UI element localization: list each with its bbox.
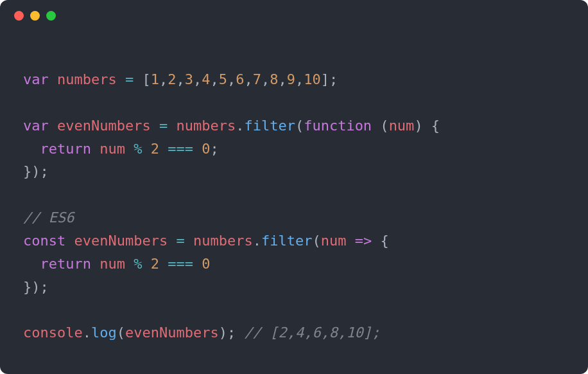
operator-assign: = <box>151 118 177 134</box>
brace-open: { <box>380 233 388 249</box>
operator-assign: = <box>117 71 143 87</box>
method-filter: filter <box>261 233 312 249</box>
comma: , <box>261 71 270 87</box>
paren-close-semi: ); <box>219 325 245 341</box>
comma: , <box>176 71 184 87</box>
number-literal: 5 <box>219 71 227 87</box>
comma: , <box>295 71 304 87</box>
bracket-close: ]; <box>321 71 338 87</box>
identifier-numbers: numbers <box>176 118 236 134</box>
comment-es6: // ES6 <box>23 209 74 226</box>
brace-paren-close: }); <box>23 163 49 179</box>
keyword-return: return <box>23 256 91 272</box>
number-literal: 6 <box>236 71 244 87</box>
code-content: var numbers = [1,2,3,4,5,6,7,8,9,10]; va… <box>0 31 588 374</box>
number-literal: 3 <box>185 71 193 87</box>
dot: . <box>253 233 261 249</box>
operator-assign: = <box>168 233 193 249</box>
keyword-function: function <box>304 118 372 134</box>
identifier-numbers: numbers <box>193 233 253 249</box>
comment-output: // [2,4,6,8,10]; <box>244 325 380 341</box>
keyword-return: return <box>23 141 91 157</box>
window-titlebar <box>0 0 588 31</box>
paren-open: ( <box>372 118 389 134</box>
paren-brace: ) { <box>414 118 440 134</box>
number-literal: 0 <box>202 256 210 272</box>
minimize-icon[interactable] <box>30 11 40 21</box>
maximize-icon[interactable] <box>46 11 56 21</box>
comma: , <box>210 71 218 87</box>
identifier-num: num <box>99 141 125 157</box>
identifier-evennumbers: evenNumbers <box>74 233 168 249</box>
number-literal: 2 <box>168 71 176 87</box>
paren-open: ( <box>117 325 125 341</box>
bracket-open: [ <box>142 71 150 87</box>
identifier-evennumbers: evenNumbers <box>125 325 219 341</box>
paren-open: ( <box>312 233 320 249</box>
number-literal: 4 <box>202 71 210 87</box>
comma: , <box>227 71 236 87</box>
operator-eqeqeq: === <box>159 256 202 272</box>
operator-mod: % <box>125 256 151 272</box>
number-literal: 10 <box>304 71 321 87</box>
method-log: log <box>91 325 117 341</box>
dot: . <box>236 118 244 134</box>
identifier-num: num <box>99 256 125 272</box>
dot: . <box>83 325 91 341</box>
comma: , <box>159 71 168 87</box>
semicolon: ; <box>210 141 218 157</box>
comma: , <box>244 71 252 87</box>
param-num: num <box>389 118 415 134</box>
param-num: num <box>321 233 347 249</box>
number-literal: 2 <box>151 141 159 157</box>
arrow-operator: => <box>346 233 380 249</box>
method-filter: filter <box>244 118 295 134</box>
operator-mod: % <box>125 141 151 157</box>
brace-paren-close: }); <box>23 279 49 295</box>
number-literal: 9 <box>287 71 295 87</box>
keyword-var: var <box>23 71 49 87</box>
number-literal: 1 <box>151 71 159 87</box>
paren-open: ( <box>295 118 304 134</box>
number-literal: 8 <box>270 71 278 87</box>
keyword-const: const <box>23 233 65 249</box>
identifier-numbers: numbers <box>57 71 117 87</box>
comma: , <box>193 71 202 87</box>
code-editor-window: var numbers = [1,2,3,4,5,6,7,8,9,10]; va… <box>0 0 588 374</box>
identifier-console: console <box>23 325 83 341</box>
keyword-var: var <box>23 118 49 134</box>
identifier-evennumbers: evenNumbers <box>57 118 151 134</box>
number-literal: 0 <box>202 141 210 157</box>
comma: , <box>278 71 286 87</box>
number-literal: 7 <box>253 71 261 87</box>
operator-eqeqeq: === <box>159 141 202 157</box>
close-icon[interactable] <box>14 11 24 21</box>
number-literal: 2 <box>151 256 159 272</box>
